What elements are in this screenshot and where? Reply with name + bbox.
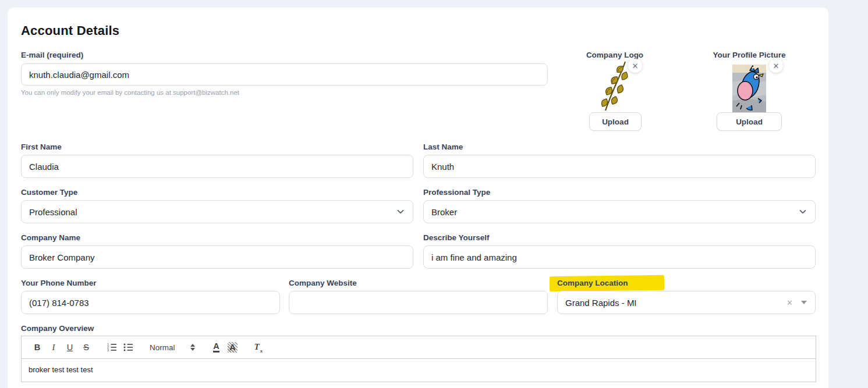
email-helper-text: You can only modify your email by contac… (21, 89, 239, 96)
bold-button[interactable]: B (30, 340, 45, 354)
professional-type-select[interactable]: Broker (423, 200, 816, 223)
company-logo-remove-button[interactable]: ✕ (628, 59, 642, 73)
background-color-button[interactable]: A (225, 340, 240, 354)
page-title: Account Details (21, 23, 119, 38)
first-name-field[interactable] (21, 155, 413, 178)
bullet-list-icon (123, 343, 133, 352)
close-icon: ✕ (632, 62, 639, 70)
italic-button[interactable]: I (46, 340, 61, 354)
account-details-card: Account Details E-mail (required) You ca… (8, 8, 828, 388)
strikethrough-button[interactable]: S (79, 340, 94, 354)
describe-yourself-field[interactable] (423, 245, 816, 269)
company-logo-upload-button[interactable]: Upload (589, 112, 642, 131)
editor-content[interactable]: broker test test test (21, 359, 816, 382)
phone-label: Your Phone Number (21, 279, 97, 287)
customer-type-label: Customer Type (21, 188, 77, 197)
upload-label: Upload (602, 118, 629, 126)
company-name-label: Company Name (21, 233, 80, 242)
profile-picture-remove-button[interactable]: ✕ (769, 59, 783, 73)
customer-type-select[interactable]: Professional (21, 200, 413, 223)
company-overview-label: Company Overview (21, 324, 94, 333)
clear-formatting-button[interactable]: Tx (251, 340, 266, 354)
company-location-label: Company Location (557, 279, 628, 287)
professional-type-value: Broker (431, 207, 457, 217)
company-logo-label: Company Logo (565, 51, 665, 59)
close-icon: ✕ (773, 62, 780, 70)
clear-selection-icon[interactable]: ✕ (786, 298, 793, 307)
company-website-field[interactable] (289, 291, 548, 314)
chevron-down-icon (799, 208, 807, 216)
ordered-list-button[interactable]: 123 (104, 340, 119, 354)
last-name-label: Last Name (423, 143, 463, 151)
chevron-down-icon (396, 208, 405, 216)
text-color-icon: A (213, 342, 219, 353)
editor-text: broker test test test (29, 365, 93, 374)
first-name-label: First Name (21, 143, 62, 151)
blue-cartoon-bird (732, 65, 766, 114)
phone-field[interactable] (21, 291, 280, 314)
profile-picture-image (732, 65, 766, 114)
bullet-list-button[interactable] (121, 340, 136, 354)
company-location-select[interactable]: Grand Rapids - MI ✕ (557, 291, 816, 314)
company-website-label: Company Website (289, 279, 357, 287)
upload-label: Upload (736, 118, 763, 126)
editor-toolbar: B I U S 123 Normal A A (21, 336, 816, 359)
last-name-field[interactable] (423, 155, 816, 178)
sort-arrows-icon (190, 344, 195, 351)
text-color-button[interactable]: A (209, 340, 224, 354)
background-color-icon: A (228, 342, 237, 353)
format-select[interactable]: Normal (146, 343, 199, 352)
company-logo-image (600, 59, 631, 112)
profile-picture-upload-button[interactable]: Upload (717, 112, 782, 131)
customer-type-value: Professional (29, 207, 77, 217)
clear-formatting-icon: Tx (254, 342, 262, 353)
svg-text:3: 3 (107, 348, 109, 352)
company-name-field[interactable] (21, 245, 413, 269)
professional-type-label: Professional Type (423, 188, 490, 197)
company-location-value: Grand Rapids - MI (565, 298, 637, 308)
gold-branch-illustration (600, 59, 631, 112)
ordered-list-icon: 123 (107, 343, 117, 352)
describe-yourself-label: Describe Yourself (423, 233, 490, 242)
profile-picture-label: Your Profile Picture (699, 51, 799, 59)
caret-down-icon[interactable] (801, 301, 807, 304)
underline-button[interactable]: U (62, 340, 77, 354)
email-label: E-mail (required) (21, 51, 83, 59)
format-select-value: Normal (150, 343, 175, 352)
email-field[interactable] (21, 63, 548, 86)
